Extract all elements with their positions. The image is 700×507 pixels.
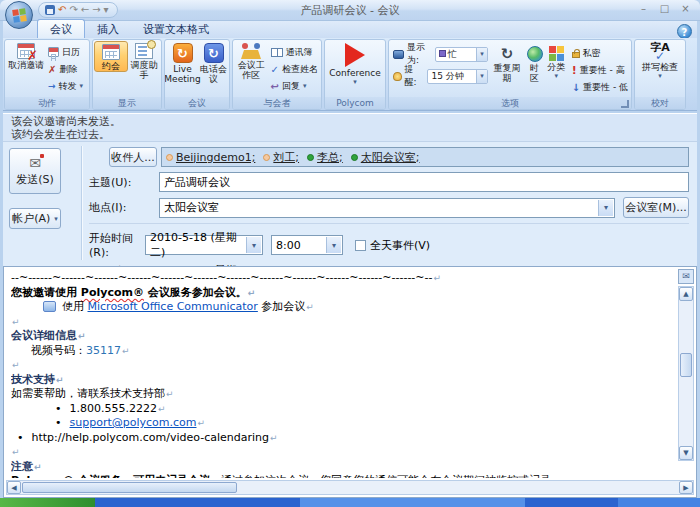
start-date-dropdown-icon[interactable]: ▾ [246,237,261,253]
scroll-left-icon[interactable]: ◀ [7,481,21,494]
scheduling-assistant-button[interactable]: 调度助手 [128,41,160,80]
maximize-button[interactable]: □ [656,3,673,16]
tab-insert[interactable]: 插入 [85,20,131,38]
recipient[interactable]: 刘工; [263,150,299,165]
message-note-icon[interactable]: ✉ [678,269,694,284]
message-body[interactable]: --~------~------~------~------~------~--… [3,266,697,498]
qat-more-icon[interactable]: ▾ [104,5,109,15]
minimize-button[interactable]: – [635,3,652,16]
show-as-dropdown-icon[interactable]: ▾ [476,48,487,61]
categorize-caret-icon: ▾ [555,73,559,79]
importance-low-button[interactable]: ↓ 重要性 - 低 [570,79,630,95]
office-button[interactable] [5,1,33,29]
next-item-icon[interactable]: → [92,5,100,15]
info-bar: 该会议邀请尚未发送。 该约会发生在过去。 [3,113,697,142]
show-as-select[interactable]: 忙 ▾ [435,47,488,62]
taskbar-strip [0,498,700,507]
scroll-right-icon[interactable]: ▶ [679,481,693,494]
phone-conference-button[interactable]: ↻ 电话会议 [199,41,228,84]
presence-away-icon [166,154,173,161]
video-number: 35117 [86,344,121,357]
cancel-invitation-label: 取消邀请 [8,60,44,70]
show-as-icon [393,50,404,59]
presence-available-icon [351,154,358,161]
invite-line: 您被邀请使用 Polycom® 会议服务参加会议。↵ [11,286,671,301]
tab-format-text[interactable]: 设置文本格式 [131,20,221,38]
spelling-button[interactable]: 字A ✓ 拼写检查 ▾ [637,41,683,79]
spelling-label: 拼写检查 [642,62,678,72]
address-book-button[interactable]: 通讯簿 [269,44,320,60]
save-icon[interactable] [45,5,55,15]
spelling-caret-icon: ▾ [658,73,662,79]
communicator-link[interactable]: Microsoft Office Communicator [88,300,258,313]
start-time-value: 8:00 [276,239,301,252]
video-number-line: 视频号码：35117↵ [11,344,671,359]
message-text[interactable]: --~------~------~------~------~------~--… [11,271,671,478]
meeting-workspace-label: 会议工作区 [234,60,269,80]
location-dropdown-icon[interactable]: ▾ [598,200,613,216]
scroll-up-icon[interactable]: ▲ [679,287,693,301]
start-date-combobox[interactable]: 2010-5-18 (星期二) ▾ [145,235,263,255]
reply-button[interactable]: ↩ 回复 ▾ [269,78,320,94]
info-line-1: 该会议邀请尚未发送。 [11,115,697,128]
calendar-icon [48,47,59,57]
horizontal-scroll-thumb[interactable] [22,482,237,493]
reminder-select[interactable]: 15 分钟 ▾ [427,69,488,84]
appointment-button[interactable]: 约会 [94,41,128,72]
subject-input[interactable]: 产品调研会议 [159,172,689,192]
start-button-strip[interactable] [0,498,95,507]
forward-button[interactable]: → 转发 ▾ [46,78,85,94]
undo-icon[interactable]: ↶ [58,5,66,15]
rooms-button[interactable]: 会议室(M)... [623,197,689,218]
live-meeting-button[interactable]: ↻ Live Meeting [166,41,199,84]
group-label-actions: 动作 [5,97,89,109]
group-meeting: ↻ Live Meeting ↻ 电话会议 会议 [164,39,230,110]
importance-high-button[interactable]: ! 重要性 - 高 [570,62,630,78]
cancel-invitation-button[interactable]: ✗ 取消邀请 [6,41,46,70]
private-button[interactable]: 私密 [570,45,630,61]
conference-button[interactable]: Conference ▾ [326,41,384,85]
check-names-button[interactable]: ✓ 检查姓名 [269,61,320,77]
redo-icon[interactable]: ↷ [69,5,77,15]
recipient[interactable]: 太阳会议室; [351,150,420,165]
help-icon[interactable]: ? [677,24,692,39]
vertical-scroll-thumb[interactable] [680,353,692,377]
support-heading: 技术支持↵ [11,373,671,388]
delete-button[interactable]: ✗ 删除 [46,61,85,77]
timezone-label: 时区 [526,63,543,83]
forward-label: 转发 [59,80,77,93]
to-field[interactable]: Beijingdemo1; 刘工; 李总; 太阳会议室; [161,147,689,167]
recipient[interactable]: 李总; [307,150,343,165]
timezone-button[interactable]: 时区 [526,41,543,83]
horizontal-scrollbar[interactable]: ◀ ▶ [6,480,694,495]
reminder-dropdown-icon[interactable]: ▾ [476,70,487,83]
taskbar-button-strip[interactable] [300,498,525,507]
calendar-button[interactable]: 日历 [46,44,85,60]
categorize-button[interactable]: 分类 ▾ [547,41,566,79]
start-time-dropdown-icon[interactable]: ▾ [326,237,341,253]
previous-item-icon[interactable]: ← [81,5,89,15]
account-button[interactable]: 帐户(A) ▾ [9,208,61,229]
checkbox-icon[interactable] [355,240,366,251]
delete-label: 删除 [59,63,77,76]
recurrence-button[interactable]: ↻ 重复周期 [492,41,522,83]
send-button[interactable]: ✉ 发送(S) [9,148,61,194]
tab-meeting[interactable]: 会议 [37,19,85,38]
dialog-launcher-icon[interactable] [621,100,629,108]
start-time-combobox[interactable]: 8:00 ▾ [271,235,343,255]
system-tray-strip [618,498,700,507]
separator-line: --~------~------~------~------~------~--… [11,271,671,286]
recipient-name: 刘工; [273,150,299,165]
all-day-checkbox[interactable]: 全天事件(V) [355,238,430,253]
support-email-link[interactable]: support@polycom.com [70,416,197,429]
vertical-scrollbar[interactable]: ▲ ▼ [678,286,694,461]
to-button[interactable]: 收件人... [109,147,157,167]
close-button[interactable]: × [677,3,694,16]
categorize-icon [549,46,564,61]
phone-conference-label: 电话会议 [199,64,228,84]
scroll-down-icon[interactable]: ▼ [679,446,693,460]
location-combobox[interactable]: 太阳会议室 ▾ [159,198,615,218]
group-options: 显示为: 忙 ▾ 提醒: 15 分钟 ▾ [388,39,632,110]
recipient[interactable]: Beijingdemo1; [166,151,255,164]
meeting-workspace-button[interactable]: 会议工作区 [234,41,269,80]
